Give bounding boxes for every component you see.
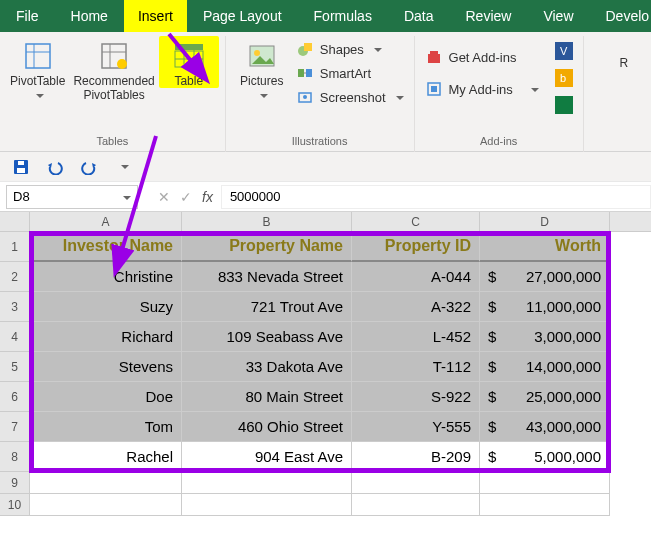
cell[interactable]: $43,000,000 [480,412,610,442]
undo-button[interactable] [44,156,66,178]
cell[interactable]: Y-555 [352,412,480,442]
cell[interactable]: $5,000,000 [480,442,610,472]
svg-point-8 [117,59,127,69]
redo-button[interactable] [78,156,100,178]
cell[interactable] [30,494,182,516]
cell[interactable]: 833 Nevada Street [182,262,352,292]
spreadsheet-grid[interactable]: A B C D 1 Investor Name Property Name Pr… [0,212,651,516]
tab-insert[interactable]: Insert [124,0,187,32]
cell[interactable]: 904 East Ave [182,442,352,472]
group-illustrations: Pictures Shapes SmartArt Screenshot Illu… [226,36,415,152]
recommended-pivottables-label: Recommended PivotTables [73,74,154,102]
recommended-pivottables-button[interactable]: Recommended PivotTables [69,36,158,102]
tab-review[interactable]: Review [450,0,528,32]
enter-icon[interactable]: ✓ [180,189,192,205]
row-header[interactable]: 8 [0,442,30,472]
table-row: 9 [0,472,651,494]
row-header[interactable]: 4 [0,322,30,352]
tab-developer[interactable]: Develo [590,0,650,32]
formula-input[interactable]: 5000000 [221,185,651,209]
cell[interactable]: Richard [30,322,182,352]
qat-customize-button[interactable] [112,156,134,178]
cell[interactable] [480,494,610,516]
table-button[interactable]: Table [159,36,219,88]
cell[interactable]: $14,000,000 [480,352,610,382]
cell[interactable]: Doe [30,382,182,412]
quick-access-toolbar [0,152,651,182]
row-header[interactable]: 5 [0,352,30,382]
cell[interactable]: Worth [480,232,610,262]
formula-bar: D8 ✕ ✓ fx 5000000 [0,182,651,212]
cell[interactable] [182,494,352,516]
tab-page-layout[interactable]: Page Layout [187,0,298,32]
cell[interactable]: Rachel [30,442,182,472]
smartart-button[interactable]: SmartArt [292,62,408,84]
cell[interactable]: $25,000,000 [480,382,610,412]
row-header[interactable]: 6 [0,382,30,412]
save-button[interactable] [10,156,32,178]
tab-view[interactable]: View [527,0,589,32]
cell[interactable]: L-452 [352,322,480,352]
cell[interactable]: Property ID [352,232,480,262]
row-header[interactable]: 1 [0,232,30,262]
cell[interactable]: $27,000,000 [480,262,610,292]
cell[interactable] [30,472,182,494]
cell[interactable]: Christine [30,262,182,292]
cell[interactable]: Tom [30,412,182,442]
col-header-d[interactable]: D [480,212,610,231]
ribbon: PivotTable Recommended PivotTables Table… [0,32,651,152]
people-icon[interactable] [555,96,573,117]
cell[interactable]: 460 Ohio Street [182,412,352,442]
cell[interactable]: 109 Seabass Ave [182,322,352,352]
cell[interactable] [480,472,610,494]
cell[interactable]: Suzy [30,292,182,322]
row-header[interactable]: 10 [0,494,30,516]
group-addins: Get Add-ins My Add-ins V b Add-ins [415,36,584,152]
name-box[interactable]: D8 [6,185,138,209]
screenshot-button[interactable]: Screenshot [292,86,408,108]
cancel-icon[interactable]: ✕ [158,189,170,205]
tab-file[interactable]: File [0,0,55,32]
cell[interactable] [352,472,480,494]
cell[interactable]: B-209 [352,442,480,472]
cell[interactable] [352,494,480,516]
fx-icon[interactable]: fx [202,189,213,205]
cell[interactable]: A-322 [352,292,480,322]
cell[interactable]: 721 Trout Ave [182,292,352,322]
my-addins-button[interactable]: My Add-ins [421,78,543,100]
row-header[interactable]: 9 [0,472,30,494]
cell[interactable]: 33 Dakota Ave [182,352,352,382]
pictures-button[interactable]: Pictures [232,36,292,102]
recommended-charts-button[interactable]: R [594,36,651,70]
select-all-corner[interactable] [0,212,30,231]
table-row: 3Suzy721 Trout AveA-322$11,000,000 [0,292,651,322]
cell[interactable]: Stevens [30,352,182,382]
cell[interactable]: $3,000,000 [480,322,610,352]
col-header-c[interactable]: C [352,212,480,231]
tab-formulas[interactable]: Formulas [298,0,388,32]
shapes-label: Shapes [320,42,364,57]
row-header[interactable]: 3 [0,292,30,322]
pivottable-button[interactable]: PivotTable [6,36,69,102]
cell[interactable]: 80 Main Street [182,382,352,412]
col-header-b[interactable]: B [182,212,352,231]
tab-data[interactable]: Data [388,0,450,32]
row-header[interactable]: 7 [0,412,30,442]
shapes-button[interactable]: Shapes [292,38,408,60]
cell[interactable]: S-922 [352,382,480,412]
screenshot-icon [296,88,314,106]
table-row: 1 Investor Name Property Name Property I… [0,232,651,262]
bing-icon[interactable]: b [555,69,573,90]
cell[interactable]: T-112 [352,352,480,382]
cell[interactable]: $11,000,000 [480,292,610,322]
row-header[interactable]: 2 [0,262,30,292]
cell[interactable]: Investor Name [30,232,182,262]
svg-text:b: b [560,72,566,84]
cell[interactable]: Property Name [182,232,352,262]
visio-icon[interactable]: V [555,42,573,63]
cell[interactable] [182,472,352,494]
get-addins-button[interactable]: Get Add-ins [421,46,543,68]
cell[interactable]: A-044 [352,262,480,292]
tab-home[interactable]: Home [55,0,124,32]
col-header-a[interactable]: A [30,212,182,231]
